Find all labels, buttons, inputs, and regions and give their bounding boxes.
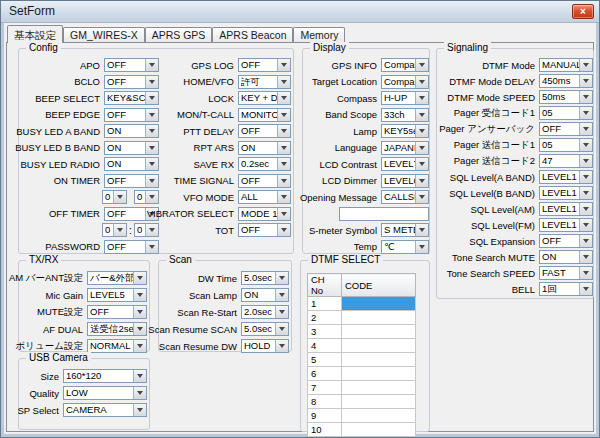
scan-resume-dw-combo[interactable]: HOLD	[241, 339, 289, 353]
password-combo[interactable]: OFF	[104, 240, 159, 254]
dropdown-button[interactable]	[133, 272, 146, 284]
bell-combo[interactable]: 1回	[539, 282, 593, 296]
rpt-ars-combo[interactable]: ON	[238, 141, 291, 155]
dropdown-button[interactable]	[415, 59, 428, 71]
lock-combo[interactable]: KEY + DIAL	[238, 91, 291, 105]
on-timer-time-combo[interactable]: 0	[102, 190, 127, 204]
dtmf-ch-cell[interactable]: 6	[308, 367, 342, 381]
dropdown-button[interactable]	[579, 267, 592, 279]
dtmf-table[interactable]: CH NoCODE12345678910	[307, 273, 416, 437]
dtmf-row[interactable]: 7	[308, 381, 416, 395]
dropdown-button[interactable]	[277, 142, 290, 154]
row4-combo[interactable]: NORMAL	[87, 339, 147, 353]
bclo-combo[interactable]: OFF	[104, 75, 159, 89]
opening-message-text-input[interactable]	[339, 207, 429, 221]
sp-select-combo[interactable]: CAMERA	[63, 403, 147, 417]
dropdown-button[interactable]	[579, 219, 592, 231]
target-location-combo[interactable]: Compass	[381, 75, 429, 89]
sql-expansion-combo[interactable]: OFF	[539, 234, 593, 248]
sql-level-a-band-combo[interactable]: LEVEL1	[539, 170, 593, 184]
apo-combo[interactable]: OFF	[104, 58, 159, 72]
pager-2-combo[interactable]: 47	[539, 154, 593, 168]
dtmf-row[interactable]: 4	[308, 339, 416, 353]
dropdown-button[interactable]	[277, 224, 290, 236]
dtmf-row[interactable]: 5	[308, 353, 416, 367]
home-vfo-combo[interactable]: 許可	[238, 75, 291, 89]
dropdown-button[interactable]	[275, 289, 288, 301]
dropdown-button[interactable]	[415, 125, 428, 137]
dropdown-button[interactable]	[133, 404, 146, 416]
tot-combo[interactable]: OFF	[238, 223, 291, 237]
dropdown-button[interactable]	[277, 175, 290, 187]
dw-time-combo[interactable]: 5.0sec	[241, 271, 289, 285]
sql-level-am-combo[interactable]: LEVEL1	[539, 202, 593, 216]
am-ant-combo[interactable]: バー&外部ANT	[87, 271, 147, 285]
dropdown-button[interactable]	[133, 370, 146, 382]
dropdown-button[interactable]	[415, 142, 428, 154]
dropdown-button[interactable]	[415, 92, 428, 104]
pager-combo[interactable]: OFF	[539, 122, 593, 136]
dtmf-code-cell[interactable]	[342, 311, 416, 325]
mon-t-call-combo[interactable]: MONITOR	[238, 108, 291, 122]
dtmf-ch-cell[interactable]: 10	[308, 423, 342, 437]
language-combo[interactable]: JAPANESE	[381, 141, 429, 155]
tab-gm-wires-x[interactable]: GM_WIRES-X	[63, 27, 145, 42]
dtmf-mode-delay-combo[interactable]: 450ms	[539, 74, 593, 88]
scan-re-start-combo[interactable]: 2.0sec	[241, 305, 289, 319]
dropdown-button[interactable]	[113, 191, 126, 203]
pager-1-combo[interactable]: 05	[539, 138, 593, 152]
busy-led-radio-combo[interactable]: ON	[104, 157, 159, 171]
dropdown-button[interactable]	[579, 187, 592, 199]
dtmf-row[interactable]: 8	[308, 395, 416, 409]
tab-aprs-gps[interactable]: APRS GPS	[145, 27, 213, 42]
dtmf-row[interactable]: 6	[308, 367, 416, 381]
dtmf-ch-cell[interactable]: 1	[308, 297, 342, 311]
dropdown-button[interactable]	[277, 208, 290, 220]
dropdown-button[interactable]	[277, 158, 290, 170]
beep-edge-combo[interactable]: OFF	[104, 108, 159, 122]
tab-tab0[interactable]: 基本設定	[7, 25, 63, 43]
dropdown-button[interactable]	[415, 109, 428, 121]
gps-info-combo[interactable]: Compass	[381, 58, 429, 72]
beep-select-combo[interactable]: KEY&SCAN	[104, 91, 159, 105]
scan-resume-scan-combo[interactable]: 5.0sec	[241, 322, 289, 336]
dtmf-code-cell[interactable]	[342, 367, 416, 381]
dropdown-button[interactable]	[133, 387, 146, 399]
pager-1-combo[interactable]: 05	[539, 106, 593, 120]
tab-memory[interactable]: Memory	[293, 27, 345, 42]
mute-combo[interactable]: OFF	[87, 305, 147, 319]
dtmf-code-cell[interactable]	[342, 353, 416, 367]
af-dual-combo[interactable]: 送受信2sec	[87, 322, 147, 336]
dropdown-button[interactable]	[579, 283, 592, 295]
dropdown-button[interactable]	[277, 92, 290, 104]
dtmf-code-cell[interactable]	[342, 325, 416, 339]
s-meter-symbol-combo[interactable]: S METER 1	[381, 223, 429, 237]
dtmf-ch-cell[interactable]: 3	[308, 325, 342, 339]
dtmf-row[interactable]: 10	[308, 423, 416, 437]
on-timer-combo[interactable]: OFF	[104, 174, 159, 188]
dropdown-button[interactable]	[133, 306, 146, 318]
dtmf-row[interactable]: 1	[308, 297, 416, 311]
scan-lamp-combo[interactable]: ON	[241, 288, 289, 302]
lamp-combo[interactable]: KEY5sec	[381, 124, 429, 138]
sql-level-b-band-combo[interactable]: LEVEL1	[539, 186, 593, 200]
dtmf-ch-cell[interactable]: 7	[308, 381, 342, 395]
dropdown-button[interactable]	[133, 289, 146, 301]
off-timer-time-combo[interactable]: 0	[102, 223, 127, 237]
vfo-mode-combo[interactable]: ALL	[238, 190, 291, 204]
dropdown-button[interactable]	[415, 175, 428, 187]
dropdown-button[interactable]	[579, 251, 592, 263]
band-scope-combo[interactable]: 33ch	[381, 108, 429, 122]
quality-combo[interactable]: LOW	[63, 386, 147, 400]
busy-led-b-band-combo[interactable]: ON	[104, 141, 159, 155]
dropdown-button[interactable]	[277, 59, 290, 71]
compass-combo[interactable]: H-UP	[381, 91, 429, 105]
dtmf-code-cell[interactable]	[342, 381, 416, 395]
lcd-dimmer-combo[interactable]: LEVEL6	[381, 174, 429, 188]
on-timer-time-combo[interactable]: 0	[134, 190, 159, 204]
dtmf-row[interactable]: 2	[308, 311, 416, 325]
dropdown-button[interactable]	[145, 241, 158, 253]
time-signal-combo[interactable]: OFF	[238, 174, 291, 188]
dtmf-row[interactable]: 9	[308, 409, 416, 423]
dropdown-button[interactable]	[579, 203, 592, 215]
